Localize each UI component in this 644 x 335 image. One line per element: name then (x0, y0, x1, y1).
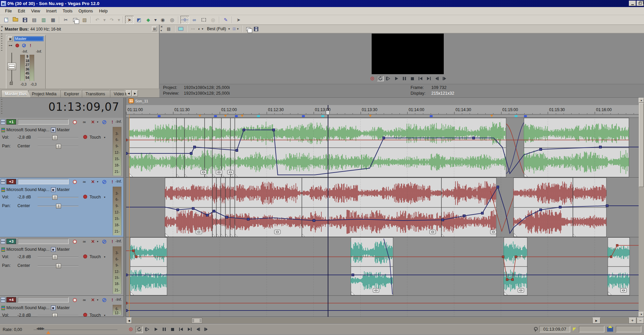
pan-slider-handle[interactable] (56, 144, 61, 149)
volume-envelope-node[interactable] (206, 214, 209, 217)
track-header-3[interactable]: ◀3≃✕!▾-Inf.Microsoft Sound Map...▣Master… (0, 237, 123, 296)
track-device-name[interactable]: Microsoft Sound Map... (6, 247, 50, 252)
pause-button[interactable] (161, 326, 168, 333)
playhead-cursor[interactable] (328, 105, 328, 317)
track-device-name[interactable]: Microsoft Sound Map... (6, 305, 50, 310)
mute-button[interactable]: ✕ (89, 179, 97, 185)
lock-fader-icon[interactable] (10, 82, 13, 85)
cursor-timecode-display[interactable]: 01:13:09,07 (48, 100, 119, 113)
volume-slider-handle[interactable] (52, 135, 57, 140)
copy-button[interactable] (71, 16, 79, 24)
event-marker[interactable] (257, 115, 260, 117)
close-panel-icon[interactable]: ✕ (1, 26, 3, 28)
invert-phase-button[interactable]: ! (109, 119, 116, 125)
tab-video-fx[interactable]: Video FX (110, 90, 128, 97)
preview-record-button[interactable] (369, 76, 376, 81)
video-output-button[interactable] (177, 26, 184, 32)
tab-project-media[interactable]: Project Media (28, 90, 63, 97)
track-envelope-button[interactable]: ≃ (80, 179, 88, 185)
invert-phase-button[interactable]: ! (109, 179, 116, 185)
event-marker[interactable] (490, 115, 493, 117)
scroll-right-button[interactable]: ▶ (592, 318, 600, 324)
paste-button[interactable]: ▧ (80, 16, 89, 24)
lock-envelopes-to-events-button[interactable]: ◉ (158, 16, 167, 24)
automation-dropdown-icon[interactable]: ▾ (104, 196, 105, 199)
play-from-start-button[interactable] (144, 326, 151, 333)
track-name-field[interactable] (18, 119, 69, 125)
event-marker[interactable] (524, 115, 527, 117)
menu-insert[interactable]: Insert (43, 8, 60, 14)
automatic-crossfades-button[interactable]: ◩ (135, 16, 143, 24)
bus-assign-icon[interactable]: ▣ (51, 247, 56, 252)
automation-mode-label[interactable]: Touch (90, 135, 101, 140)
volume-envelope-node[interactable] (190, 152, 193, 155)
pin-icon[interactable] (534, 327, 537, 332)
event-marker[interactable] (321, 115, 324, 117)
scroll-down-button[interactable]: ▼ (639, 312, 644, 317)
mute-button[interactable]: ✕ (89, 119, 97, 125)
track-number-badge[interactable]: ◀3 (6, 239, 16, 244)
enable-snapping-button[interactable]: ➤ (125, 16, 134, 24)
pan-envelope-node[interactable] (610, 256, 612, 258)
preview-previous-frame-button[interactable] (433, 76, 440, 81)
menu-help[interactable]: Help (96, 8, 111, 14)
mute-button[interactable]: ✕ (89, 297, 97, 303)
volume-envelope-node[interactable] (559, 206, 561, 208)
next-frame-button[interactable] (203, 326, 210, 333)
normal-edit-tool-button[interactable]: ⊣⊢ (180, 16, 189, 24)
volume-envelope-node[interactable] (497, 186, 499, 188)
playhead-head[interactable] (326, 110, 330, 115)
title-bar[interactable]: ▶ 0% (30 of 30) - Son Nu.veg - Vegas Pro… (0, 0, 644, 7)
ignore-event-grouping-button[interactable]: ◎ (168, 16, 176, 24)
minimize-button[interactable] (629, 1, 636, 6)
mute-options-icon[interactable]: ▾ (96, 179, 99, 185)
volume-envelope-node[interactable] (540, 209, 542, 211)
track-name-field[interactable] (18, 297, 69, 302)
project-properties-button[interactable]: ▤ (30, 16, 39, 24)
event-marker[interactable] (369, 115, 372, 117)
loop-playback-button[interactable] (136, 326, 143, 333)
auto-ripple-button[interactable]: ◆ (144, 16, 153, 24)
preview-next-frame-button[interactable] (441, 76, 448, 81)
panel-grip[interactable] (1, 99, 2, 114)
thumb-grip[interactable] (200, 319, 201, 322)
horizontal-scrollbar[interactable]: ◀ ▶ + − (126, 318, 644, 324)
track-device-name[interactable]: Microsoft Sound Map... (6, 128, 50, 132)
event-marker[interactable] (241, 115, 244, 117)
arm-record-button[interactable] (71, 297, 78, 303)
open-project-button[interactable] (11, 16, 20, 24)
invert-phase-button[interactable]: ! (109, 297, 116, 303)
pan-envelope-node[interactable] (515, 256, 517, 258)
menu-file[interactable]: File (2, 8, 15, 14)
volume-envelope-node[interactable] (481, 212, 484, 214)
project-video-properties-button[interactable]: ▤ (165, 26, 172, 32)
panel-menu-icon[interactable]: ▤ (152, 26, 157, 31)
mute-options-icon[interactable]: ▾ (96, 119, 99, 125)
scroll-up-button[interactable]: ▲ (639, 98, 644, 103)
track-envelope-button[interactable]: ≃ (80, 119, 88, 125)
undo-history-button[interactable]: ▾ (102, 16, 107, 24)
volume-envelope-node[interactable] (126, 309, 127, 312)
track-envelope-button[interactable]: ≃ (80, 297, 88, 303)
automation-mode-label[interactable]: Touch (90, 195, 101, 199)
record-button[interactable] (127, 326, 135, 333)
automation-mode-label[interactable]: Touch (90, 313, 101, 317)
event-marker[interactable] (158, 115, 161, 117)
dim-output-icon[interactable]: ! (28, 43, 33, 48)
save-snapshot-button[interactable] (253, 26, 260, 32)
automation-dropdown-icon[interactable]: ▾ (104, 255, 105, 258)
insert-fx-icon[interactable]: ⊶ (8, 43, 13, 48)
volume-envelope-node[interactable] (243, 129, 245, 131)
track-lane-3[interactable] (126, 237, 639, 296)
preview-loop-playback-button[interactable] (377, 76, 384, 81)
render-as-button[interactable]: ▦ (49, 16, 57, 24)
pan-envelope-node[interactable] (132, 250, 135, 252)
mute-button[interactable]: ✕ (89, 239, 97, 244)
invert-phase-button[interactable]: ! (109, 239, 116, 244)
solo-button[interactable] (101, 239, 108, 244)
track-lane-1[interactable] (126, 118, 639, 178)
zoom-in-button[interactable]: + (629, 318, 636, 324)
pan-envelope-node[interactable] (126, 139, 127, 141)
eraser-tool-button[interactable]: ✎ (221, 16, 230, 24)
zoom-edit-tool-button[interactable]: ◎ (209, 16, 217, 24)
